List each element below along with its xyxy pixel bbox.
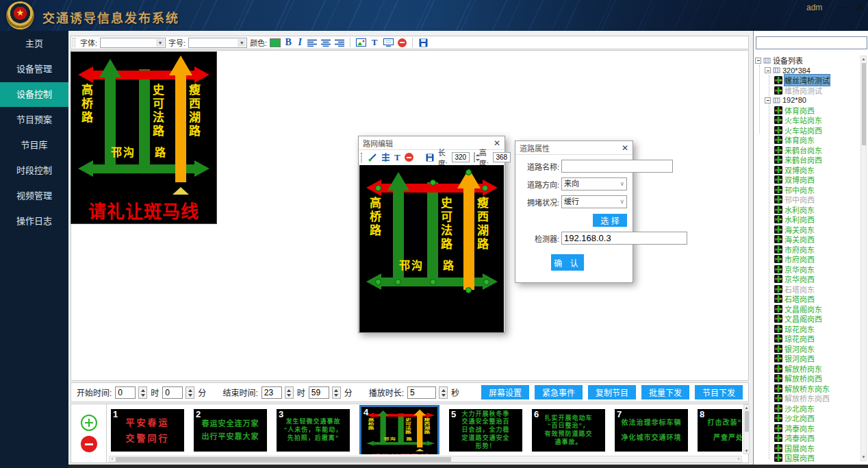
road-direction-select[interactable]: 来向 ∨: [561, 177, 627, 190]
tree-device-item[interactable]: 京华岗西: [755, 274, 859, 284]
start-minute-input[interactable]: [162, 386, 183, 399]
sidebar-item[interactable]: 节目库: [0, 133, 68, 158]
close-icon[interactable]: ✕: [853, 1, 867, 14]
select-button[interactable]: 选 择: [593, 214, 627, 227]
save-icon[interactable]: [426, 153, 434, 162]
sign-preview[interactable]: 高桥路 史可法路 瘦西湖路 邗沟 路 请礼让斑马线: [363, 408, 438, 454]
tree-device-item[interactable]: 解放桥岗西: [755, 373, 859, 384]
tree-device-item[interactable]: 市府岗东: [755, 245, 859, 255]
confirm-button[interactable]: 确 认: [551, 254, 584, 271]
font-size-select[interactable]: ▼: [188, 38, 247, 48]
font-color-swatch[interactable]: [270, 38, 281, 47]
tree-device-item[interactable]: 沙北岗东: [755, 404, 859, 414]
tree-device-item[interactable]: 文昌阁岗西: [755, 314, 859, 324]
draw-road-icon[interactable]: [368, 153, 377, 162]
tree-device-item[interactable]: 双博岗东: [755, 165, 859, 175]
tree-collapse-icon[interactable]: [765, 67, 771, 73]
tree-device-item[interactable]: 火车站岗东: [755, 115, 859, 125]
insert-image-icon[interactable]: [355, 38, 366, 47]
tree-group-320x384[interactable]: 320*384: [755, 66, 859, 76]
tree-device-item[interactable]: 鸿泰岗东: [755, 423, 859, 434]
tree-collapse-icon[interactable]: [755, 58, 761, 64]
tree-device-item[interactable]: 国展岗东: [755, 443, 859, 454]
congestion-select[interactable]: 缓行 ∨: [561, 195, 627, 208]
tree-device-item[interactable]: 琼花岗东: [755, 324, 859, 334]
scroll-right-icon[interactable]: ›: [736, 456, 741, 462]
scroll-left-icon[interactable]: ‹: [110, 456, 115, 462]
tree-device-item[interactable]: 琼花岗西: [755, 334, 859, 344]
tree-device-item[interactable]: 水利岗西: [755, 214, 859, 225]
scroll-up-icon[interactable]: ▲: [861, 56, 866, 62]
end-minute-input[interactable]: [309, 386, 329, 399]
close-icon[interactable]: ✕: [622, 143, 628, 153]
playlist-item[interactable]: 3 发生轻微交通事故“人未伤，车能动，先拍照，后撤离”: [277, 409, 350, 452]
end-hour-input[interactable]: [261, 386, 282, 399]
lane-tool-icon[interactable]: [381, 153, 390, 162]
tree-device-item[interactable]: 邗中岗东: [755, 185, 859, 195]
tree-device-item[interactable]: 鸿泰岗西: [755, 433, 859, 443]
end-minute-stepper[interactable]: [332, 386, 341, 399]
height-input[interactable]: [493, 152, 511, 162]
start-hour-stepper[interactable]: [138, 386, 147, 399]
remove-program-icon[interactable]: [81, 436, 97, 452]
tree-group-192x80[interactable]: 192*80: [755, 95, 859, 106]
tree-device-item[interactable]: 文昌阁岗东: [755, 304, 859, 315]
duration-input[interactable]: [407, 386, 436, 399]
device-search-input[interactable]: [756, 36, 867, 49]
sidebar-item[interactable]: 设备控制: [0, 82, 68, 107]
align-right-icon[interactable]: [334, 38, 345, 47]
tree-device-item[interactable]: 邗中岗西: [755, 195, 859, 205]
action-button[interactable]: 节目下发: [695, 385, 743, 399]
italic-button[interactable]: I: [296, 37, 304, 48]
tree-device-item[interactable]: 解放桥东岗东: [755, 384, 859, 394]
sidebar-item[interactable]: 操作日志: [0, 209, 68, 234]
add-program-icon[interactable]: [81, 415, 97, 431]
playlist-item[interactable]: 4 高桥路 史可法路 瘦西湖路 邗沟 路 请礼让斑马线: [359, 405, 439, 454]
playlist-item[interactable]: 5 大力开展秋冬季交通安全整治百日会战，全力稳定道路交通安全形势！: [449, 409, 522, 452]
tree-device-item[interactable]: 螺丝湾桥测试: [755, 75, 859, 86]
playlist-item[interactable]: 2 春运安全连万家出行平安靠大家: [194, 409, 267, 452]
tree-device-item[interactable]: 银河岗西: [755, 354, 859, 364]
bold-button[interactable]: B: [283, 37, 293, 48]
scroll-down-icon[interactable]: ▼: [744, 448, 749, 454]
tree-device-item[interactable]: 解放桥东岗西: [755, 393, 859, 404]
delete-item-icon[interactable]: [405, 153, 413, 162]
align-left-icon[interactable]: [307, 38, 318, 47]
tree-device-item[interactable]: 京华岗东: [755, 264, 859, 275]
tree-root-device-list[interactable]: 设备列表: [755, 56, 859, 66]
detector-input[interactable]: [561, 232, 687, 245]
align-center-icon[interactable]: [320, 38, 331, 47]
action-button[interactable]: 批量下发: [641, 385, 689, 399]
tree-collapse-icon[interactable]: [765, 97, 771, 103]
minimize-icon[interactable]: —: [837, 1, 850, 15]
start-hour-input[interactable]: [115, 386, 136, 399]
tree-device-item[interactable]: 水利岗东: [755, 205, 859, 215]
road-network-canvas[interactable]: 高桥路 史可法路 瘦西湖路 邗沟 路 请礼让斑马线: [359, 165, 504, 332]
tree-device-item[interactable]: 双博岗西: [755, 175, 859, 185]
road-name-input[interactable]: [561, 160, 673, 173]
tree-device-item[interactable]: 解放桥岗东: [755, 364, 859, 374]
end-hour-stepper[interactable]: [285, 386, 294, 399]
sidebar-item[interactable]: 视频管理: [0, 184, 68, 208]
playlist-item[interactable]: 1 平安春运交警同行: [111, 409, 184, 452]
playlist-horizontal-scrollbar[interactable]: ‹ ›: [109, 456, 742, 463]
close-icon[interactable]: ✕: [494, 138, 500, 148]
length-input[interactable]: [452, 152, 470, 162]
tree-scrollbar[interactable]: ▲ ▼: [860, 56, 867, 461]
tree-device-item[interactable]: 沙北岗西: [755, 413, 859, 423]
action-button[interactable]: 复制节目: [588, 385, 636, 399]
start-minute-stepper[interactable]: [186, 386, 194, 399]
sidebar-item[interactable]: 主页: [0, 32, 68, 56]
tree-device-item[interactable]: 石塔岗东: [755, 284, 859, 295]
delete-item-icon[interactable]: [396, 38, 407, 47]
tree-device-item[interactable]: 海关岗东: [755, 225, 859, 235]
playlist-item[interactable]: 8 打击改装“炸街”严查严处“机: [698, 409, 742, 452]
tree-device-item[interactable]: 体育岗东: [755, 135, 859, 145]
screen-template-icon[interactable]: [383, 38, 394, 47]
scrollbar-thumb[interactable]: [116, 457, 451, 462]
text-tool-icon[interactable]: T: [394, 153, 400, 162]
scroll-down-icon[interactable]: ▼: [861, 454, 866, 460]
duration-stepper[interactable]: [439, 386, 448, 399]
tree-device-item[interactable]: 银河岗东: [755, 344, 859, 354]
sidebar-item[interactable]: 节目预案: [0, 108, 68, 132]
